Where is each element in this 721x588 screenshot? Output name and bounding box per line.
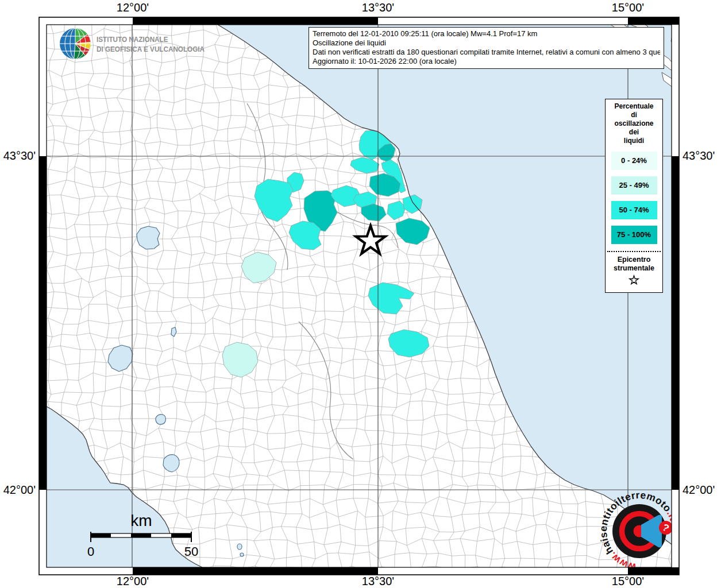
info-box: Terremoto del 12-01-2010 09:25:11 (ora l… [309, 27, 664, 69]
ingv-name-line2: DI GEOFISICA E VULCANOLOGIA [97, 45, 205, 53]
axis-label-right-4330: 43°30' [683, 149, 715, 163]
axis-label-left-4330: 43°30' [0, 149, 36, 163]
axis-label-top-12: 12°00' [117, 1, 149, 14]
axis-label-bottom-15: 15°00' [612, 575, 644, 588]
legend-epicenter-label: Epicentro strumentale [606, 256, 662, 273]
legend-box: Percentuale di oscillazione dei liquidi … [605, 99, 663, 293]
axis-label-top-1330: 13°30' [362, 1, 394, 14]
lake-trasimeno [137, 226, 160, 249]
scale-start: 0 [87, 544, 94, 559]
axis-label-bottom-1330: 13°30' [362, 575, 394, 588]
info-line-updated: Aggiornato il: 10-01-2026 22:00 (ora loc… [313, 57, 660, 66]
scale-end: 50 [184, 544, 198, 559]
map-image: km 0 50 ISTITUTO NAZIONALE DI GEOFISIC [0, 0, 721, 588]
ingv-name-line1: ISTITUTO NAZIONALE [97, 35, 168, 44]
legend-swatch-0-24: 0 - 24% [611, 152, 657, 170]
legend-separator [607, 251, 661, 252]
lake-nemi [240, 553, 244, 556]
info-line-data: Dati non verificati estratti da 180 ques… [313, 48, 660, 57]
lake-albano [237, 544, 242, 550]
legend-title: Percentuale di oscillazione dei liquidi [606, 102, 662, 145]
lake-vico [156, 415, 166, 425]
info-line-type: Oscillazione dei liquidi [313, 38, 660, 48]
scale-unit: km [130, 512, 152, 529]
legend-swatch-25-49: 25 - 49% [611, 176, 657, 195]
axis-label-bottom-12: 12°00' [117, 575, 149, 588]
legend-swatch-75-100: 75 - 100% [611, 226, 657, 244]
axis-label-right-42: 42°00' [683, 483, 715, 497]
info-line-title: Terremoto del 12-01-2010 09:25:11 (ora l… [313, 29, 660, 38]
axis-label-left-42: 42°00' [0, 483, 36, 497]
legend-swatch-50-74: 50 - 74% [611, 201, 657, 219]
page: { "info_box": { "lines": [ "Terremoto de… [0, 0, 721, 588]
legend-star-icon [606, 274, 662, 288]
axis-label-top-15: 15°00' [612, 1, 644, 14]
